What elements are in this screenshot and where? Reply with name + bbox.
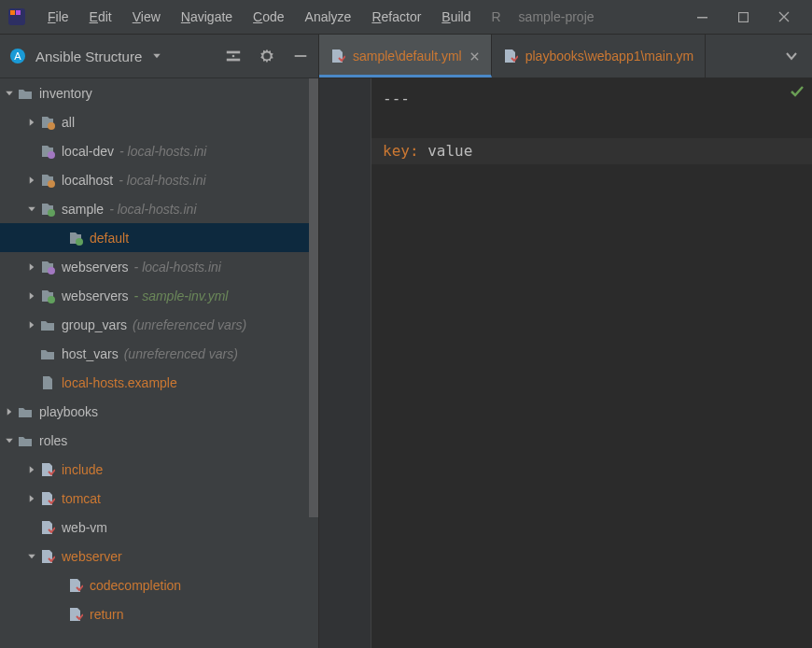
tab-label: playbooks\webapp1\main.ym (525, 49, 694, 63)
arrow-down-icon[interactable] (24, 202, 39, 217)
yaml-value: value (427, 142, 472, 160)
arrow-right-icon[interactable] (24, 462, 39, 477)
tree-item-hint: - local-hosts.ini (109, 202, 196, 217)
tree-row[interactable]: web-vm (0, 513, 318, 542)
inv-green-icon (67, 230, 84, 247)
arrow-down-icon[interactable] (2, 433, 17, 448)
tree-item-label: web-vm (62, 520, 107, 535)
svg-rect-9 (16, 10, 21, 15)
close-icon[interactable] (469, 51, 480, 62)
arrow-right-icon[interactable] (2, 404, 17, 419)
tree-item-label: webserver (62, 549, 122, 564)
role-icon (67, 577, 84, 594)
role-icon (39, 519, 56, 536)
tree-item-label: local-dev (62, 144, 114, 159)
expand-collapse-icon[interactable] (225, 48, 242, 64)
app-icon (7, 7, 26, 26)
tree-row[interactable]: all (0, 107, 318, 136)
arrow-none (24, 144, 39, 159)
menu-build[interactable]: Build (433, 7, 479, 27)
tree-row[interactable]: codecompletion (0, 571, 318, 599)
hide-panel-icon[interactable] (292, 48, 309, 64)
svg-rect-10 (697, 17, 707, 19)
tree-item-label: return (90, 607, 124, 622)
analysis-ok-icon (790, 84, 805, 99)
arrow-right-icon[interactable] (24, 173, 39, 188)
tree-item-label: inventory (39, 86, 92, 101)
inv-purple-icon (39, 259, 56, 275)
menu-run-trunc[interactable]: R (483, 7, 509, 27)
tree-row[interactable]: sample- local-hosts.ini (0, 194, 318, 223)
tabs-more-icon[interactable] (771, 35, 812, 77)
settings-icon[interactable] (259, 48, 275, 64)
tree-item-label: local-hosts.example (62, 375, 177, 390)
tree-row[interactable]: webservers- sample-inv.yml (0, 281, 318, 310)
menu-code[interactable]: Code (245, 7, 292, 27)
arrow-right-icon[interactable] (24, 491, 39, 506)
menu-file[interactable]: FFileile (39, 7, 77, 27)
window-minimize[interactable] (681, 4, 722, 30)
tree-item-label: include (62, 462, 103, 477)
arrow-right-icon[interactable] (24, 115, 39, 130)
tree-item-label: all (62, 115, 75, 130)
arrow-none (52, 607, 67, 622)
menu-edit[interactable]: Edit (81, 7, 120, 27)
editor-tab[interactable]: sample\default.yml (319, 35, 492, 77)
tree-item-hint: (unreferenced vars) (124, 346, 238, 361)
tree-item-label: default (90, 231, 129, 246)
yaml-key: key (383, 142, 410, 160)
editor-area: sample\default.ymlplaybooks\webapp1\main… (319, 35, 812, 648)
arrow-down-icon[interactable] (24, 549, 39, 564)
tree-row[interactable]: local-dev- local-hosts.ini (0, 136, 318, 165)
tree[interactable]: inventoryalllocal-dev- local-hosts.inilo… (0, 78, 318, 648)
svg-rect-11 (738, 12, 748, 21)
yaml-file-icon (330, 49, 345, 63)
tree-row[interactable]: roles (0, 426, 318, 455)
menu-analyze[interactable]: Analyze (297, 7, 360, 27)
tree-item-label: host_vars (62, 346, 119, 361)
menu-navigate[interactable]: Navigate (173, 7, 241, 27)
tree-row[interactable]: include (0, 455, 318, 484)
role-icon (39, 490, 56, 507)
editor-tab[interactable]: playbooks\webapp1\main.ym (492, 35, 707, 77)
arrow-down-icon[interactable] (2, 86, 17, 101)
inv-orange-icon (39, 172, 56, 189)
menu-refactor[interactable]: Refactor (363, 7, 429, 27)
window-maximize[interactable] (722, 4, 763, 30)
arrow-right-icon[interactable] (24, 260, 39, 275)
tree-row[interactable]: local-hosts.example (0, 368, 318, 397)
tree-item-hint: - sample-inv.yml (134, 289, 229, 303)
editor-tabs: sample\default.ymlplaybooks\webapp1\main… (319, 35, 812, 78)
tree-item-hint: - local-hosts.ini (134, 260, 221, 275)
sidebar-dropdown-icon[interactable] (151, 50, 162, 62)
arrow-right-icon[interactable] (24, 317, 39, 332)
tab-label: sample\default.yml (353, 49, 462, 63)
folder-icon (17, 432, 34, 449)
window-close[interactable] (763, 4, 805, 30)
inv-purple-icon (39, 143, 56, 160)
inv-orange-icon (39, 114, 56, 131)
tree-item-label: group_vars (62, 317, 127, 332)
tree-row[interactable]: tomcat (0, 484, 318, 513)
tree-row[interactable]: webserver (0, 542, 318, 571)
menu-view[interactable]: View (124, 7, 169, 27)
tree-row[interactable]: host_vars(unreferenced vars) (0, 339, 318, 368)
arrow-none (52, 231, 67, 246)
tree-row[interactable]: return (0, 599, 318, 628)
sidebar-header: A Ansible Structure (0, 35, 318, 78)
tree-item-label: localhost (62, 173, 113, 188)
tree-row[interactable]: group_vars(unreferenced vars) (0, 310, 318, 339)
scrollbar[interactable] (309, 78, 318, 517)
inv-green-icon (39, 288, 56, 304)
tree-row[interactable]: inventory (0, 78, 318, 107)
tree-item-label: roles (39, 433, 67, 448)
window-title: sample-proje (519, 9, 595, 24)
tree-row[interactable]: webservers- local-hosts.ini (0, 252, 318, 281)
tree-row[interactable]: playbooks (0, 397, 318, 426)
yaml-file-icon (503, 49, 518, 63)
arrow-right-icon[interactable] (24, 289, 39, 303)
tree-row[interactable]: localhost- local-hosts.ini (0, 165, 318, 194)
tree-row[interactable]: default (0, 223, 318, 252)
arrow-none (24, 375, 39, 390)
editor-code[interactable]: --- key: value (371, 78, 812, 648)
